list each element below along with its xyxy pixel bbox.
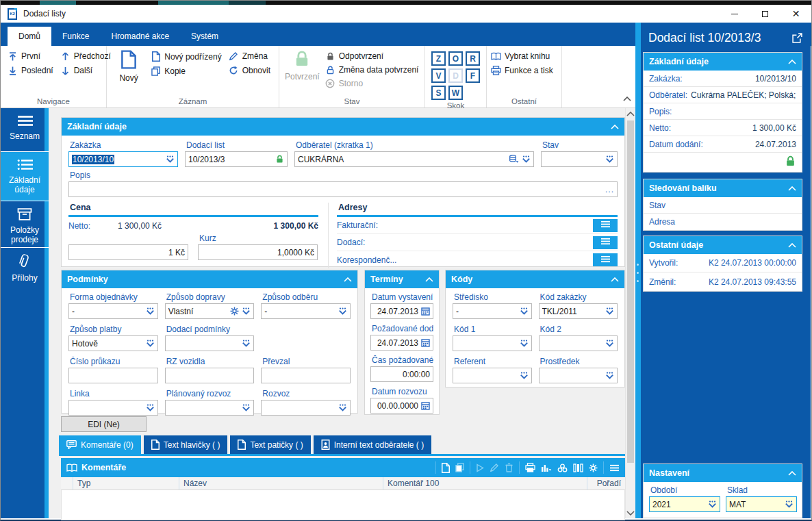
edit-icon[interactable]: [490, 463, 499, 472]
jump-button-f[interactable]: F: [466, 68, 480, 83]
print-icon[interactable]: [525, 463, 535, 472]
dropdown-icon[interactable]: [146, 340, 155, 347]
copy-button[interactable]: Kopie: [151, 66, 221, 76]
comments-grid-body[interactable]: [61, 490, 625, 520]
dropdown-icon[interactable]: [605, 307, 614, 315]
close-button[interactable]: ✕: [781, 5, 811, 23]
dropdown-icon[interactable]: [520, 307, 529, 315]
tab-komentare[interactable]: Komentáře (0): [59, 435, 141, 454]
cislo-prukazu-input[interactable]: [68, 368, 158, 383]
dodaci-list-input[interactable]: 10/2013/3: [185, 151, 288, 167]
column-typ[interactable]: Typ: [73, 477, 179, 490]
more-icon[interactable]: ...: [605, 185, 614, 194]
collapse-icon[interactable]: [788, 240, 796, 250]
jump-button-v[interactable]: V: [431, 68, 446, 83]
calendar-icon[interactable]: [421, 307, 430, 316]
dropdown-icon[interactable]: [242, 404, 251, 411]
first-button[interactable]: První: [8, 51, 53, 61]
jump-button-r[interactable]: R: [466, 51, 480, 66]
edi-button[interactable]: EDI (Ne): [61, 416, 147, 432]
dropdown-icon[interactable]: [338, 404, 347, 411]
collapse-icon[interactable]: [425, 275, 433, 284]
refresh-button[interactable]: Obnovit: [229, 66, 270, 75]
minimize-button[interactable]: [719, 5, 750, 23]
jump-button-s[interactable]: S: [431, 86, 446, 100]
collapse-icon[interactable]: [788, 183, 796, 193]
scroll-thumb[interactable]: [627, 120, 634, 463]
jump-button-o[interactable]: O: [448, 51, 463, 66]
dropdown-icon[interactable]: [338, 307, 347, 315]
chart-icon[interactable]: [541, 463, 552, 472]
referent-input[interactable]: [453, 368, 532, 383]
kod1-input[interactable]: [453, 335, 532, 351]
columns-icon[interactable]: [573, 463, 583, 472]
dropdown-icon[interactable]: [605, 372, 614, 379]
ribbon-collapse-icon[interactable]: [623, 94, 631, 103]
scroll-down-icon[interactable]: [626, 507, 635, 518]
panel-splitter[interactable]: [635, 23, 641, 518]
column-poradi[interactable]: Pořadí: [587, 477, 625, 490]
sidebar-item-seznam[interactable]: Seznam: [1, 108, 49, 152]
column-nazev[interactable]: Název: [179, 477, 383, 490]
previous-button[interactable]: Předchozí: [60, 51, 111, 61]
dropdown-icon[interactable]: [146, 404, 155, 411]
reports-icon[interactable]: [557, 463, 568, 472]
sidebar-item-zakladni-udaje[interactable]: Základní údaje: [1, 152, 49, 201]
grid-menu-icon[interactable]: [609, 464, 620, 472]
zpusob-dopravy-input[interactable]: Vlastní: [165, 303, 255, 319]
dropdown-icon[interactable]: [166, 155, 175, 163]
new-record-icon[interactable]: [442, 463, 450, 473]
kurz-input[interactable]: 1,0000 Kč: [198, 244, 318, 260]
dropdown-icon[interactable]: [520, 372, 529, 379]
amount-input[interactable]: 1 Kč: [68, 244, 188, 260]
dropdown-icon[interactable]: [520, 340, 529, 347]
dropdown-icon[interactable]: [605, 155, 614, 163]
maximize-button[interactable]: [750, 5, 781, 23]
tab-text-paticky[interactable]: Text patičky ( ): [230, 435, 310, 454]
odberatel-input[interactable]: CUKRÁRNA: [294, 151, 534, 167]
dropdown-icon[interactable]: [522, 155, 531, 163]
datum-rozvozu-input[interactable]: 00.00.0000: [370, 398, 433, 414]
prevzal-input[interactable]: [261, 368, 351, 383]
last-button[interactable]: Poslední: [8, 66, 53, 75]
run-icon[interactable]: [476, 463, 484, 472]
copy-record-icon[interactable]: [455, 463, 464, 472]
collapse-icon[interactable]: [611, 275, 619, 284]
delete-icon[interactable]: [505, 463, 513, 472]
sidebar-item-polozky-prodeje[interactable]: Položky prodeje: [1, 201, 49, 248]
sklad-input[interactable]: MAT: [726, 496, 797, 512]
cas-pozadovaneho-input[interactable]: 0:00:00: [370, 366, 433, 382]
datum-vystaveni-input[interactable]: 24.07.2013: [370, 303, 433, 319]
ribbon-tab-functions[interactable]: Funkce: [51, 27, 100, 46]
planovany-rozvoz-input[interactable]: [165, 400, 255, 416]
new-child-button[interactable]: Nový podřízený: [151, 51, 221, 62]
dropdown-icon[interactable]: [242, 340, 251, 347]
calendar-icon[interactable]: [421, 401, 430, 410]
zpusob-odberu-input[interactable]: -: [261, 303, 351, 319]
ribbon-tab-system[interactable]: Systém: [180, 27, 229, 46]
rozvoz-input[interactable]: [261, 400, 351, 416]
collapse-icon[interactable]: [611, 122, 619, 131]
dropdown-icon[interactable]: [242, 307, 251, 315]
fakturacni-address-button[interactable]: [593, 219, 618, 232]
dodaci-address-button[interactable]: [593, 236, 618, 249]
stredisko-input[interactable]: -: [453, 303, 532, 319]
sidebar-item-prilohy[interactable]: Přílohy: [1, 248, 49, 285]
scroll-up-icon[interactable]: [626, 108, 635, 119]
kod2-input[interactable]: [539, 335, 618, 351]
collapse-icon[interactable]: [344, 275, 352, 284]
functions-print-button[interactable]: Funkce a tisk: [491, 66, 553, 75]
collapse-icon[interactable]: [788, 57, 796, 66]
change-confirm-date-button[interactable]: Změna data potvrzení: [325, 65, 419, 75]
storno-button[interactable]: Storno: [325, 79, 419, 88]
dropdown-icon[interactable]: [605, 340, 614, 347]
next-button[interactable]: Další: [60, 66, 111, 75]
confirm-button[interactable]: Potvrzení: [285, 50, 320, 81]
linka-input[interactable]: [68, 400, 158, 416]
stav-input[interactable]: [541, 151, 618, 167]
column-komentar[interactable]: Komentář 100: [383, 477, 587, 490]
settings-icon[interactable]: [589, 463, 598, 472]
forma-objednavky-input[interactable]: -: [68, 303, 158, 319]
obdobi-input[interactable]: 2021: [649, 496, 720, 512]
rz-vozidla-input[interactable]: [165, 368, 255, 383]
